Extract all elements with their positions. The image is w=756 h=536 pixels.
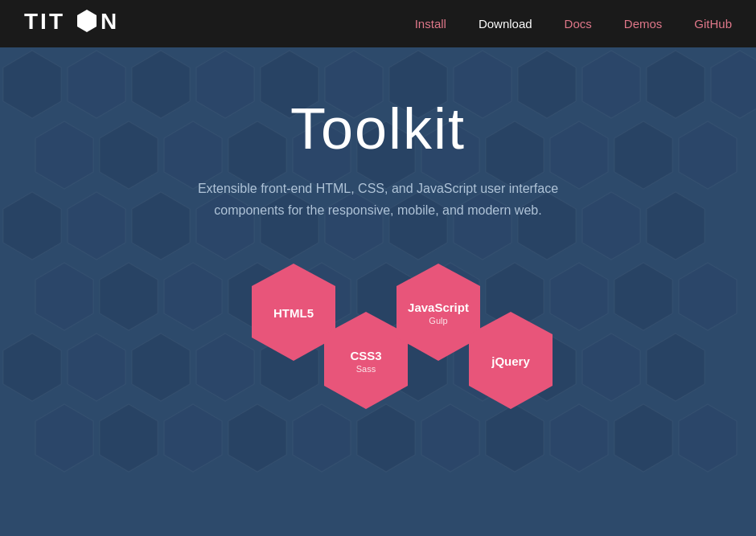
svg-marker-19 — [100, 121, 158, 189]
svg-marker-50 — [679, 263, 737, 330]
release-notes-button[interactable]: RELEASE NOTES — [454, 454, 614, 496]
svg-marker-27 — [614, 121, 672, 189]
page-title: Toolkit — [193, 96, 563, 162]
hex-js-label: JavaScript — [408, 300, 469, 313]
hex-html5-label: HTML5 — [273, 305, 314, 319]
svg-marker-8 — [132, 51, 190, 118]
svg-marker-39 — [647, 192, 705, 260]
svg-marker-15 — [582, 51, 640, 118]
hero-section: Toolkit Extensible front-end HTML, CSS, … — [0, 47, 756, 536]
svg-marker-40 — [35, 263, 93, 330]
svg-marker-61 — [647, 333, 705, 401]
svg-marker-52 — [68, 333, 125, 401]
logo: TIT N — [24, 6, 129, 41]
nav-github[interactable]: GitHub — [694, 17, 732, 31]
nav-links: Install Download Docs Demos GitHub — [415, 17, 732, 31]
hex-css3-sublabel: Sass — [350, 363, 381, 373]
svg-text:TIT: TIT — [24, 9, 65, 34]
hex-jquery: jQuery — [466, 309, 555, 411]
cta-buttons: INSTALL DOWNLOAD 2.0.2 RELEASE NOTES — [142, 454, 614, 496]
svg-marker-16 — [647, 51, 705, 118]
svg-marker-71 — [614, 404, 672, 472]
svg-marker-48 — [550, 263, 608, 330]
svg-marker-29 — [3, 192, 61, 260]
nav-demos[interactable]: Demos — [624, 17, 663, 31]
svg-marker-53 — [132, 333, 190, 401]
svg-marker-28 — [679, 121, 737, 189]
svg-marker-18 — [35, 121, 93, 189]
svg-text:N: N — [101, 9, 119, 34]
version-button[interactable]: 2.0.2 — [373, 454, 453, 496]
svg-marker-49 — [614, 263, 672, 330]
svg-marker-1 — [77, 10, 97, 32]
svg-marker-6 — [3, 51, 61, 118]
svg-marker-17 — [711, 51, 756, 118]
svg-marker-31 — [132, 192, 190, 260]
svg-marker-38 — [582, 192, 640, 260]
svg-marker-41 — [100, 263, 158, 330]
svg-marker-30 — [68, 192, 125, 260]
tech-hexagons: HTML5 CSS3 Sass JavaScript Gulp — [201, 253, 555, 414]
nav-download[interactable]: Download — [479, 17, 532, 31]
svg-marker-51 — [3, 333, 61, 401]
hex-jquery-label: jQuery — [491, 354, 530, 367]
hex-js-sublabel: Gulp — [408, 315, 469, 325]
nav-docs[interactable]: Docs — [565, 17, 592, 31]
svg-marker-72 — [679, 404, 737, 472]
svg-marker-60 — [582, 333, 640, 401]
svg-marker-7 — [68, 51, 125, 118]
install-button[interactable]: INSTALL — [142, 454, 246, 496]
navigation: TIT N Install Download Docs Demos GitHub — [0, 0, 756, 47]
hero-content: Toolkit Extensible front-end HTML, CSS, … — [193, 96, 563, 253]
hex-css3-label: CSS3 — [350, 348, 381, 362]
svg-marker-62 — [35, 404, 93, 472]
nav-install[interactable]: Install — [415, 17, 446, 31]
download-button[interactable]: DOWNLOAD — [246, 454, 373, 496]
hero-subtitle: Extensible front-end HTML, CSS, and Java… — [193, 178, 563, 221]
